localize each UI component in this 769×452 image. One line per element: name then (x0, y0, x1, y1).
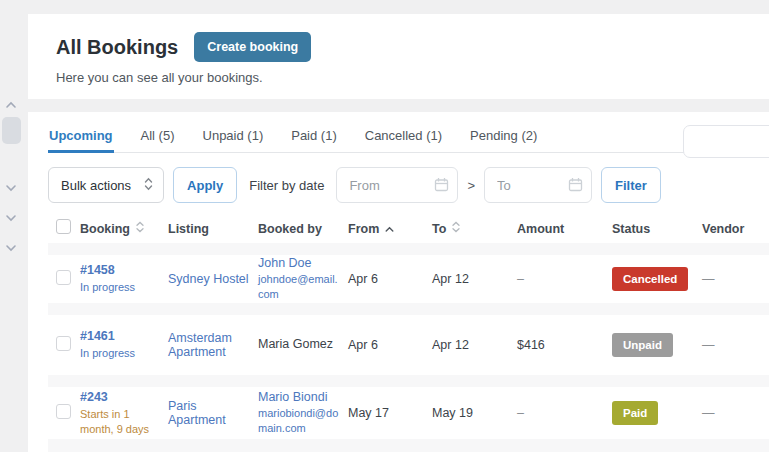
table-row: #1458 In progress Sydney Hostel John Doe… (48, 255, 769, 303)
sidebar-active-item[interactable] (2, 117, 21, 144)
vendor-value: — (702, 338, 769, 352)
tab-cancelled[interactable]: Cancelled (1) (364, 123, 443, 152)
column-header-booking[interactable]: Booking (80, 221, 168, 236)
listing-link[interactable]: Sydney Hostel (168, 272, 258, 286)
row-checkbox[interactable] (56, 336, 71, 351)
chevron-down-icon[interactable] (5, 178, 17, 196)
status-badge: Paid (612, 401, 658, 425)
from-date: Apr 6 (348, 272, 432, 286)
bookings-table: Booking Listing Booked by From To Amount… (28, 214, 769, 452)
booking-note: Starts in 1 month, 9 days (80, 407, 160, 437)
listing-link[interactable]: Paris Apartment (168, 399, 258, 427)
booking-id-link[interactable]: #1461 (80, 329, 160, 343)
from-date: Apr 6 (348, 338, 432, 352)
page-title: All Bookings (56, 36, 178, 59)
column-header-from[interactable]: From (348, 222, 432, 236)
status-cell: Paid (612, 401, 702, 425)
column-header-amount: Amount (517, 222, 612, 236)
booking-cell: #243 Starts in 1 month, 9 days (80, 390, 168, 437)
amount-value: – (517, 406, 612, 420)
amount-value: $416 (517, 338, 612, 352)
main-area: All Bookings Create booking Here you can… (28, 0, 769, 452)
guest-name: Maria Gomez (258, 337, 340, 351)
column-header-booked-by: Booked by (258, 222, 348, 236)
bulk-actions-label: Bulk actions (61, 178, 131, 193)
to-date: Apr 12 (432, 272, 517, 286)
guest-link[interactable]: John Doe (258, 256, 340, 270)
row-checkbox[interactable] (56, 404, 71, 419)
booking-cell: #1458 In progress (80, 263, 168, 295)
sidebar-strip (0, 0, 28, 452)
bulk-actions-select[interactable]: Bulk actions (48, 167, 164, 203)
select-stepper-icon (144, 177, 153, 194)
chevron-down-icon[interactable] (5, 238, 17, 256)
filter-by-date-label: Filter by date (249, 178, 324, 193)
guest-email-link[interactable]: johndoe@email.com (258, 272, 340, 303)
column-header-to[interactable]: To (432, 221, 517, 236)
sort-both-icon (136, 221, 144, 236)
booking-note: In progress (80, 346, 160, 361)
tab-paid[interactable]: Paid (1) (290, 123, 338, 152)
content-card: Upcoming All (5) Unpaid (1) Paid (1) Can… (28, 112, 769, 452)
guest-link[interactable]: Mario Biondi (258, 390, 340, 404)
select-all-checkbox[interactable] (56, 219, 71, 234)
row-checkbox[interactable] (56, 270, 71, 285)
sort-both-icon (452, 221, 460, 236)
to-date: May 19 (432, 406, 517, 420)
sort-up-icon (385, 222, 394, 236)
tab-all[interactable]: All (5) (140, 123, 176, 152)
page-subtitle: Here you can see all your bookings. (56, 70, 741, 85)
status-cell: Unpaid (612, 333, 702, 357)
booked-by-cell: Maria Gomez (258, 337, 348, 353)
calendar-icon (433, 176, 450, 197)
tab-unpaid[interactable]: Unpaid (1) (202, 123, 265, 152)
create-booking-button[interactable]: Create booking (194, 32, 311, 62)
status-badge: Unpaid (612, 333, 673, 357)
booked-by-cell: Mario Biondi mariobiondi@domain.com (258, 390, 348, 437)
from-date: May 17 (348, 406, 432, 420)
filter-button[interactable]: Filter (601, 167, 661, 203)
filter-bar: Bulk actions Apply Filter by date > (48, 167, 749, 203)
listing-link[interactable]: Amsterdam Apartment (168, 331, 258, 359)
column-header-status: Status (612, 222, 702, 236)
table-header-row: Booking Listing Booked by From To Amount… (48, 214, 769, 243)
page-header: All Bookings Create booking Here you can… (28, 14, 769, 99)
vendor-value: — (702, 272, 769, 286)
booking-note: In progress (80, 280, 160, 295)
apply-button[interactable]: Apply (173, 167, 237, 203)
tab-pending[interactable]: Pending (2) (469, 123, 538, 152)
column-header-vendor: Vendor (702, 222, 769, 236)
bookings-admin-screen: All Bookings Create booking Here you can… (0, 0, 769, 452)
table-row: #243 Starts in 1 month, 9 days Paris Apa… (48, 387, 769, 439)
to-date: Apr 12 (432, 338, 517, 352)
booked-by-cell: John Doe johndoe@email.com (258, 256, 348, 303)
amount-value: – (517, 272, 612, 286)
tab-upcoming[interactable]: Upcoming (48, 123, 114, 153)
calendar-icon (567, 176, 584, 197)
vendor-value: — (702, 406, 769, 420)
table-body: #1458 In progress Sydney Hostel John Doe… (48, 243, 769, 452)
booking-id-link[interactable]: #243 (80, 390, 160, 404)
status-badge: Cancelled (612, 267, 688, 291)
booking-id-link[interactable]: #1458 (80, 263, 160, 277)
booking-cell: #1461 In progress (80, 329, 168, 361)
table-row: #1461 In progress Amsterdam Apartment Ma… (48, 315, 769, 375)
guest-email-link[interactable]: mariobiondi@domain.com (258, 406, 340, 437)
range-separator-icon: > (467, 178, 475, 193)
chevron-up-icon[interactable] (5, 95, 17, 113)
status-cell: Cancelled (612, 267, 702, 291)
column-header-listing: Listing (168, 222, 258, 236)
status-tabs: Upcoming All (5) Unpaid (1) Paid (1) Can… (48, 123, 749, 153)
chevron-down-icon[interactable] (5, 208, 17, 226)
search-input[interactable] (683, 125, 769, 158)
